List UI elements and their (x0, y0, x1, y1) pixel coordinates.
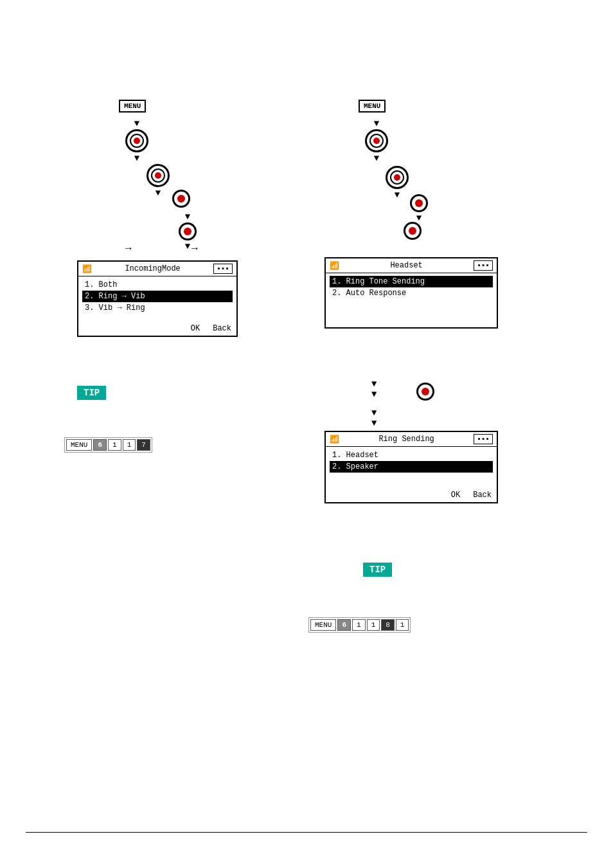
path-6-left: 6 (93, 439, 107, 451)
path-bar-left: MENU 6 1 1 7 (64, 437, 152, 453)
right-nav-circle-3: ▼ (410, 194, 428, 222)
path-1a-left: 1 (108, 439, 121, 451)
battery-icon-ring: ▪▪▪ (474, 434, 493, 444)
sub-arrow-1: ▼ (371, 379, 377, 388)
arrow-down-3: ▼ (155, 188, 161, 197)
r-arrow-4: ▼ (416, 213, 422, 222)
tip-badge-right: TIP (363, 563, 392, 577)
path-8-right: 8 (381, 619, 395, 631)
path-bar-right: MENU 6 1 1 8 1 (308, 617, 411, 633)
right-nav-circle-2: ▼ (386, 166, 409, 199)
nav-circle-1 (125, 129, 148, 152)
bottom-divider (26, 832, 587, 833)
screen-title-ring: Ring Sending (378, 435, 434, 444)
ring-row-1: 1. Headset (330, 449, 493, 461)
battery-icon-left: ▪▪▪ (213, 264, 233, 274)
r-nav-circle-5 (416, 383, 434, 401)
signal-icon-left: 📶 (82, 264, 92, 274)
r-nav-circle-3 (410, 194, 428, 212)
arrow-down-1: ▼ (134, 119, 139, 128)
path-1b-right: 1 (367, 619, 380, 631)
screen-title-headset: Headset (390, 261, 422, 270)
r-nav-circle-4 (404, 222, 422, 240)
left-nav-diagram: ▼ ▼ (125, 119, 148, 163)
screen-title-incoming: IncomingMode (125, 264, 180, 273)
incoming-row-3: 3. Vib → Ring (82, 302, 233, 314)
path-menu-right: MENU (310, 619, 336, 631)
left-nav-circle-3 (172, 190, 190, 208)
incoming-row-2: 2. Ring → Vib (82, 291, 233, 302)
path-7-left: 7 (137, 439, 150, 451)
right-nav-circle-4 (404, 222, 422, 240)
signal-icon-ring: 📶 (330, 435, 339, 444)
arrow-down-5: ▼ (185, 242, 190, 251)
path-1b-left: 1 (123, 439, 136, 451)
path-1a-right: 1 (352, 619, 366, 631)
ok-button-right[interactable]: OK (451, 491, 460, 500)
sub-arrow-2: ▼ (371, 390, 377, 399)
ring-row-2: 2. Speaker (330, 461, 493, 473)
right-nav-diagram: ▼ ▼ (365, 119, 388, 163)
nav-circle-4 (179, 222, 197, 240)
r-arrow-1: ▼ (374, 119, 379, 128)
path-1c-right: 1 (396, 619, 409, 631)
menu-box-left: MENU (119, 100, 146, 113)
nav-circle-3 (172, 190, 190, 208)
sub-nav-circle (416, 383, 434, 401)
arrow-down-4: ▼ (185, 212, 190, 221)
back-button-left[interactable]: Back (213, 324, 231, 333)
screen-ring-sending: 📶 Ring Sending ▪▪▪ 1. Headset 2. Speaker… (324, 431, 498, 503)
nav-circle-2 (147, 164, 170, 187)
path-6-right: 6 (337, 619, 351, 631)
r-nav-circle-2 (386, 166, 409, 189)
arrow-down-2: ▼ (134, 154, 139, 163)
incoming-row-1: 1. Both (82, 279, 233, 291)
sub-nav-arrows-2: ▼ ▼ (371, 408, 377, 428)
screen-headset: 📶 Headset ▪▪▪ 1. Ring Tone Sending 2. Au… (324, 257, 498, 329)
left-arrow-right-2: → (191, 243, 198, 255)
tip-badge-left: TIP (77, 386, 106, 400)
ok-button-left[interactable]: OK (191, 324, 200, 333)
sub-nav-right: ▼ ▼ (371, 379, 377, 399)
battery-icon-right: ▪▪▪ (474, 260, 493, 271)
back-button-right[interactable]: Back (473, 491, 492, 500)
r-arrow-2: ▼ (374, 154, 379, 163)
screen-incoming-mode: 📶 IncomingMode ▪▪▪ 1. Both 2. Ring → Vib… (77, 260, 238, 337)
r-arrow-3: ▼ (395, 190, 400, 199)
left-arrow-right-1: → (125, 243, 132, 255)
sub-arrow-4: ▼ (371, 419, 377, 428)
signal-icon-right: 📶 (330, 261, 339, 271)
menu-box-right: MENU (359, 100, 386, 113)
left-nav-circle-2: ▼ (147, 164, 170, 197)
r-nav-circle-1 (365, 129, 388, 152)
path-menu-left: MENU (66, 439, 92, 451)
sub-arrow-3: ▼ (371, 408, 377, 417)
headset-row-1: 1. Ring Tone Sending (330, 276, 493, 287)
headset-row-2: 2. Auto Response (330, 287, 493, 299)
